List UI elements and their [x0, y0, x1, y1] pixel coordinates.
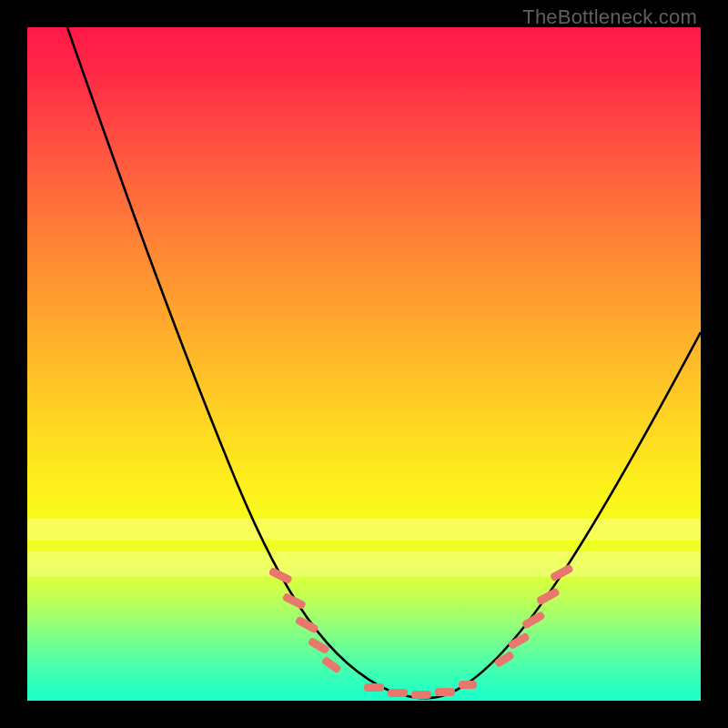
chart-background-gradient [27, 27, 701, 701]
watermark-text: TheBottleneck.com [522, 5, 697, 29]
chart-plot-area [27, 27, 701, 701]
overlay-band-1 [27, 519, 701, 541]
chart-frame [27, 27, 701, 701]
overlay-band-2 [27, 551, 701, 577]
